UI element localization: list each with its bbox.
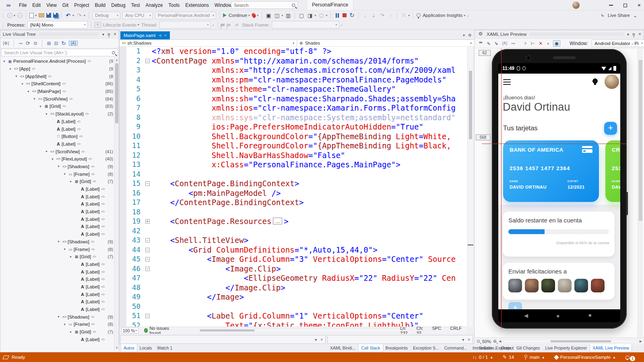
dock-icon[interactable]: ⊸ bbox=[19, 41, 23, 46]
save-button[interactable] bbox=[46, 13, 51, 18]
tree-node[interactable]: ▼<>[Shadows]<>(9) bbox=[0, 163, 114, 171]
expander-icon[interactable]: ▼ bbox=[69, 331, 73, 333]
live-visual-tree-header[interactable]: Live Visual Tree ▾ × bbox=[0, 30, 119, 39]
contact-avatar-6[interactable] bbox=[591, 279, 605, 292]
go-to-source-icon[interactable]: <> bbox=[91, 240, 94, 244]
go-to-source-icon[interactable]: <> bbox=[89, 157, 92, 161]
close-button[interactable]: × bbox=[638, 0, 641, 10]
go-to-source-icon[interactable]: <> bbox=[32, 67, 35, 71]
code-line[interactable]: 4 xmlns:pm="clr-namespace:PersonalFinanc… bbox=[120, 75, 467, 85]
tree-node[interactable]: A[Label]<> bbox=[0, 223, 114, 230]
step-out-icon[interactable]: ↷ bbox=[379, 11, 385, 19]
tree-node[interactable]: ▼<>[ScrollView]<>(84) bbox=[0, 95, 114, 103]
go-to-source-icon[interactable]: <> bbox=[101, 210, 105, 214]
collapse-region-icon[interactable]: − bbox=[145, 59, 150, 63]
collapse-region-icon[interactable]: − bbox=[145, 238, 150, 243]
menu-build[interactable]: Build bbox=[92, 0, 109, 10]
share-overflow-icon[interactable]: ⌄ bbox=[632, 11, 638, 19]
hamburger-menu-icon[interactable] bbox=[503, 79, 511, 86]
overflow-icon[interactable]: ⌄ bbox=[212, 23, 215, 27]
autos-pane-header[interactable]: ▾× bbox=[120, 335, 326, 344]
tree-node[interactable]: A[Label]<> bbox=[0, 193, 114, 200]
tab-xaml-live-preview[interactable]: XAML Live Preview bbox=[590, 344, 632, 352]
menu-view[interactable]: View bbox=[43, 0, 60, 10]
go-to-source-icon[interactable]: <> bbox=[77, 142, 80, 146]
tab-command[interactable]: Command... bbox=[442, 344, 470, 352]
nav-back-icon[interactable]: ◀ bbox=[524, 313, 528, 319]
tree-node[interactable]: □[Button]<> bbox=[0, 133, 114, 140]
tab-call-stack[interactable]: Call Stack bbox=[358, 344, 383, 352]
code-line[interactable]: 14 bbox=[120, 170, 467, 179]
select-element-cursor-icon[interactable]: ⬉ bbox=[487, 41, 491, 46]
breakpoint-margin[interactable] bbox=[120, 47, 126, 327]
theme-lightbulb-icon[interactable] bbox=[592, 78, 598, 84]
hot-reload-icon[interactable] bbox=[251, 12, 256, 19]
code-line[interactable]: 12 Shell.NavBarHasShadow="False" bbox=[120, 151, 467, 160]
go-to-source-icon[interactable]: <> bbox=[101, 195, 105, 199]
code-line[interactable]: 5 xmlns:theme="clr-namespace:ThemeGaller… bbox=[120, 84, 467, 94]
chevron-down-icon[interactable]: ▾ bbox=[462, 337, 464, 342]
code-line[interactable]: 16 <pm:MainPageModel /> bbox=[120, 189, 467, 198]
go-to-source-icon[interactable]: <> bbox=[62, 89, 66, 93]
chevron-down-icon[interactable]: ▾ bbox=[138, 23, 139, 27]
collapse-all-icon[interactable]: ⊟ bbox=[54, 41, 58, 46]
expander-icon[interactable]: ▼ bbox=[57, 315, 61, 318]
chevron-down-icon[interactable]: ▾ bbox=[14, 14, 15, 17]
phone-screen[interactable]: 11:49 ◢ ¡Buenos dias! David Ortinau bbox=[498, 63, 620, 322]
tree-node[interactable]: ▼<>[App]<>(9 bbox=[0, 65, 114, 73]
redo-button[interactable]: ↷ bbox=[76, 11, 83, 19]
refresh-icon[interactable]: ⟳ bbox=[26, 40, 30, 46]
tab-xaml-bindi[interactable]: XAML Bindi... bbox=[328, 344, 358, 352]
tree-node[interactable]: A[Label]<> bbox=[0, 261, 114, 268]
go-to-source-icon[interactable]: <> bbox=[101, 224, 105, 228]
code-line[interactable]: 48 </Image.Clip> bbox=[120, 283, 467, 293]
collapse-region-icon[interactable]: − bbox=[145, 267, 150, 271]
menu-analyze[interactable]: Analyze bbox=[143, 0, 166, 10]
preview-settings-gear-icon[interactable]: ⚙ bbox=[479, 31, 483, 37]
tree-node[interactable]: ▼<>[MainPage]<>(85) bbox=[0, 88, 114, 95]
scroll-right-icon[interactable]: ▶ bbox=[640, 339, 642, 343]
go-to-source-icon[interactable]: <> bbox=[48, 74, 51, 78]
go-to-source-icon[interactable]: <> bbox=[79, 134, 83, 138]
code-line[interactable]: 19+ <ContentPage.Resources...> bbox=[120, 217, 467, 226]
expander-icon[interactable]: ▼ bbox=[51, 158, 55, 160]
tab-live-property-explorer[interactable]: Live Property Explorer bbox=[543, 344, 590, 352]
preview-canvas[interactable]: 62 568 11:49 ◢ bbox=[475, 49, 644, 337]
go-to-source-icon[interactable]: <> bbox=[77, 119, 80, 123]
code-line[interactable]: 1<?xml version="1.0" encoding="utf-8" ?> bbox=[120, 47, 467, 56]
tree-node[interactable]: ▼<>[Shadows]<>(9) bbox=[0, 238, 114, 246]
chevron-down-icon[interactable]: ▾ bbox=[84, 14, 85, 17]
sync-commits-button[interactable]: ↑↓0 / 1▲ bbox=[473, 355, 493, 360]
code-line[interactable]: 6 xmlns:sh="clr-namespace:Sharpnado.Shad… bbox=[120, 94, 467, 104]
chevron-down-icon[interactable]: ▾ bbox=[248, 14, 250, 17]
scroll-left-icon[interactable]: ◀ bbox=[499, 339, 501, 343]
expander-icon[interactable]: ▼ bbox=[45, 113, 49, 115]
flag-icon[interactable] bbox=[221, 24, 225, 26]
go-to-source-icon[interactable]: <> bbox=[62, 104, 66, 108]
tree-node[interactable]: ▼◉PersonalFinance.Android [Process]<>(9 bbox=[0, 58, 114, 65]
repository-button[interactable]: PersonalFinanceSample▲ bbox=[555, 355, 616, 360]
go-to-source-icon[interactable]: <> bbox=[93, 255, 96, 259]
pin-icon[interactable] bbox=[633, 33, 635, 35]
tree-node[interactable]: A[Label]<> bbox=[0, 118, 114, 125]
code-line[interactable]: 42 bbox=[120, 226, 467, 236]
tree-node[interactable]: A[Label]<> bbox=[0, 215, 114, 223]
step-into-icon[interactable]: ↓ bbox=[362, 11, 368, 19]
device-preview-icon[interactable]: ▢ bbox=[298, 11, 305, 19]
application-insights-button[interactable]: Application Insights bbox=[423, 13, 462, 18]
horizontal-ruler-position-label[interactable]: 568 bbox=[476, 134, 490, 140]
code-line[interactable]: 17 </ContentPage.BindingContext> bbox=[120, 198, 467, 208]
show-output-icon[interactable]: ▣ bbox=[265, 11, 272, 19]
minimize-button[interactable] bbox=[609, 5, 613, 6]
remove-rulers-icon[interactable]: ✕ bbox=[539, 41, 543, 46]
tree-node[interactable]: ▼<>[ScrollView]<>(41) bbox=[0, 148, 114, 155]
code-line[interactable]: 45− <Image Grid.Column="3" VerticalOptio… bbox=[120, 255, 467, 264]
tab-locals[interactable]: Locals bbox=[137, 344, 155, 352]
solution-platform-dropdown[interactable]: Any CPU▾ bbox=[122, 12, 153, 19]
close-icon[interactable]: × bbox=[320, 337, 323, 342]
process-dropdown[interactable]: [N/A] Mono▾ bbox=[27, 21, 88, 29]
code-line[interactable]: 13 x:Class="PersonalFinance.Pages.MainPa… bbox=[120, 160, 467, 170]
expander-icon[interactable]: ▼ bbox=[57, 165, 61, 168]
menu-debug[interactable]: Debug bbox=[108, 0, 128, 10]
pause-button[interactable] bbox=[334, 11, 341, 19]
